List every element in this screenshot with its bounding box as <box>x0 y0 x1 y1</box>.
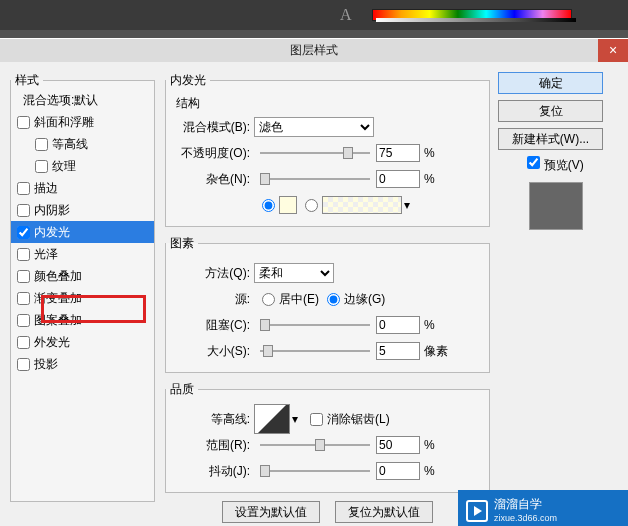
style-check[interactable] <box>17 116 30 129</box>
dialog-body: 样式 混合选项:默认 斜面和浮雕 等高线 纹理 描边 内阴影 内发光 光泽 颜色… <box>0 62 628 526</box>
style-item-satin[interactable]: 光泽 <box>11 243 154 265</box>
close-button[interactable]: × <box>598 39 628 63</box>
noise-input[interactable] <box>376 170 420 188</box>
choke-slider[interactable] <box>260 324 370 326</box>
style-check[interactable] <box>17 336 30 349</box>
style-check[interactable] <box>17 270 30 283</box>
antialias-check[interactable] <box>310 413 323 426</box>
style-item-pattern-overlay[interactable]: 图案叠加 <box>11 309 154 331</box>
choke-input[interactable] <box>376 316 420 334</box>
style-item-inner-shadow[interactable]: 内阴影 <box>11 199 154 221</box>
style-item-texture[interactable]: 纹理 <box>11 155 154 177</box>
styles-panel: 样式 混合选项:默认 斜面和浮雕 等高线 纹理 描边 内阴影 内发光 光泽 颜色… <box>10 72 155 526</box>
jitter-slider[interactable] <box>260 470 370 472</box>
style-check[interactable] <box>35 160 48 173</box>
style-blend-default[interactable]: 混合选项:默认 <box>11 89 154 111</box>
style-item-contour[interactable]: 等高线 <box>11 133 154 155</box>
color-radio[interactable] <box>262 199 275 212</box>
style-item-drop-shadow[interactable]: 投影 <box>11 353 154 375</box>
jitter-label: 抖动(J): <box>176 463 250 480</box>
dialog-titlebar: 图层样式 × <box>0 38 628 62</box>
opacity-label: 不透明度(O): <box>176 145 250 162</box>
new-style-button[interactable]: 新建样式(W)... <box>498 128 603 150</box>
style-check[interactable] <box>17 204 30 217</box>
blend-mode-select[interactable]: 滤色 <box>254 117 374 137</box>
contour-label: 等高线: <box>176 411 250 428</box>
size-slider[interactable] <box>260 350 370 352</box>
tool-letter: A <box>340 6 352 24</box>
range-label: 范围(R): <box>176 437 250 454</box>
preview-check[interactable] <box>527 156 540 169</box>
style-check[interactable] <box>17 314 30 327</box>
opacity-slider[interactable] <box>260 152 370 154</box>
noise-label: 杂色(N): <box>176 171 250 188</box>
style-check[interactable] <box>17 226 30 239</box>
settings-panel: 内发光 结构 混合模式(B): 滤色 不透明度(O): % 杂色(N): <box>165 72 490 526</box>
style-item-inner-glow[interactable]: 内发光 <box>11 221 154 243</box>
style-check[interactable] <box>17 292 30 305</box>
play-icon <box>466 500 488 522</box>
style-item-stroke[interactable]: 描边 <box>11 177 154 199</box>
style-check[interactable] <box>35 138 48 151</box>
glow-color-swatch[interactable] <box>279 196 297 214</box>
watermark: 溜溜自学 zixue.3d66.com <box>458 490 628 526</box>
range-input[interactable] <box>376 436 420 454</box>
opacity-input[interactable] <box>376 144 420 162</box>
style-check[interactable] <box>17 182 30 195</box>
size-label: 大小(S): <box>176 343 250 360</box>
app-top-bar: A <box>0 0 628 30</box>
reset-default-button[interactable]: 复位为默认值 <box>335 501 433 523</box>
preview-label: 预览(V) <box>544 158 584 172</box>
main-title: 内发光 <box>166 72 210 89</box>
source-edge-radio[interactable] <box>327 293 340 306</box>
technique-select[interactable]: 柔和 <box>254 263 334 283</box>
gradient-swatch[interactable] <box>322 196 402 214</box>
source-label: 源: <box>176 291 250 308</box>
choke-label: 阻塞(C): <box>176 317 250 334</box>
preview-swatch <box>529 182 583 230</box>
size-input[interactable] <box>376 342 420 360</box>
gradient-radio[interactable] <box>305 199 318 212</box>
right-panel: 确定 复位 新建样式(W)... 预览(V) <box>498 72 613 526</box>
jitter-input[interactable] <box>376 462 420 480</box>
range-slider[interactable] <box>260 444 370 446</box>
element-legend: 图素 <box>166 235 198 252</box>
dialog-title: 图层样式 <box>0 42 628 59</box>
blend-mode-label: 混合模式(B): <box>176 119 250 136</box>
structure-label: 结构 <box>176 95 479 112</box>
grayscale-spectrum[interactable] <box>376 18 576 22</box>
source-center-radio[interactable] <box>262 293 275 306</box>
style-item-color-overlay[interactable]: 颜色叠加 <box>11 265 154 287</box>
technique-label: 方法(Q): <box>176 265 250 282</box>
noise-slider[interactable] <box>260 178 370 180</box>
style-item-outer-glow[interactable]: 外发光 <box>11 331 154 353</box>
style-item-gradient-overlay[interactable]: 渐变叠加 <box>11 287 154 309</box>
quality-legend: 品质 <box>166 381 198 398</box>
chevron-down-icon[interactable]: ▾ <box>290 412 300 426</box>
styles-legend: 样式 <box>11 72 43 89</box>
cancel-button[interactable]: 复位 <box>498 100 603 122</box>
ok-button[interactable]: 确定 <box>498 72 603 94</box>
chevron-down-icon[interactable]: ▾ <box>404 198 410 212</box>
style-item-bevel[interactable]: 斜面和浮雕 <box>11 111 154 133</box>
style-check[interactable] <box>17 358 30 371</box>
style-check[interactable] <box>17 248 30 261</box>
contour-preview[interactable] <box>254 404 290 434</box>
set-default-button[interactable]: 设置为默认值 <box>222 501 320 523</box>
